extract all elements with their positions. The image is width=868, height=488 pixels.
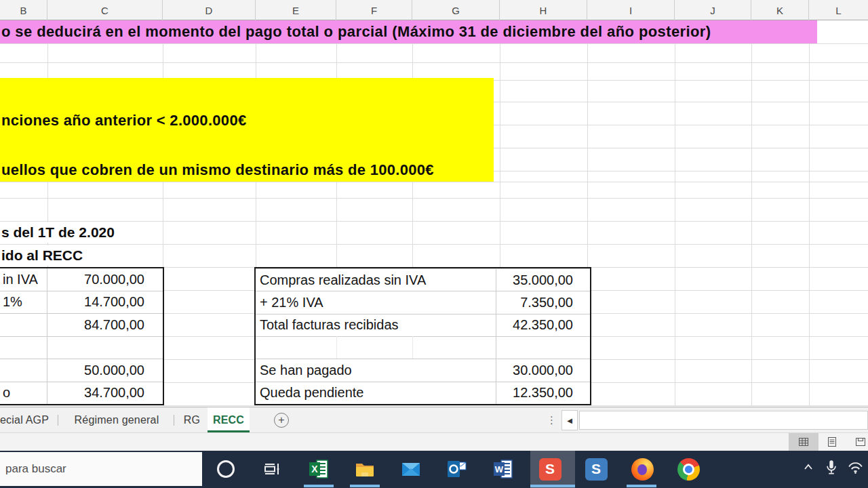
page-break-view-button[interactable] <box>847 433 868 451</box>
cell-value[interactable]: 84.700,00 <box>47 314 163 336</box>
purchases-table: Compras realizadas sin IVA 35.000,00 + 2… <box>254 267 591 405</box>
gridline <box>675 20 675 405</box>
windows-taskbar: para buscar X <box>0 451 868 488</box>
column-header-I[interactable]: I <box>587 0 675 20</box>
horizontal-scrollbar[interactable] <box>579 411 868 430</box>
table-row: in IVA 70.000,00 <box>0 268 163 291</box>
running-indicator <box>627 485 656 487</box>
table-row: 50.000,00 <box>0 359 163 382</box>
tab-overflow-icon[interactable]: ⋮ <box>547 407 557 433</box>
cell-value[interactable]: 34.700,00 <box>47 382 163 405</box>
show-hidden-icons-button[interactable] <box>802 462 814 475</box>
envelope-glyph <box>400 458 422 480</box>
folder-glyph <box>354 458 376 480</box>
gridline <box>336 336 337 359</box>
cell-label[interactable]: in IVA <box>0 268 47 291</box>
outlook-glyph <box>446 458 468 480</box>
scroll-left-button[interactable]: ◀ <box>561 410 578 430</box>
cell-label[interactable]: Queda pendiente <box>256 382 496 404</box>
cell-label[interactable] <box>0 337 47 359</box>
task-view-glyph <box>263 460 281 478</box>
gridline <box>0 244 868 245</box>
cell-heading-1[interactable]: s del 1T de 2.020 <box>1 222 119 243</box>
wifi-tray-icon[interactable] <box>848 461 864 477</box>
column-header-C[interactable]: C <box>47 0 163 20</box>
outlook-icon[interactable] <box>446 458 469 481</box>
table-row: Queda pendiente 12.350,00 <box>256 382 590 404</box>
cell-label[interactable]: Total facturas recibidas <box>256 314 496 336</box>
word-icon[interactable]: W <box>492 458 515 481</box>
pink-highlight-cell[interactable]: o se deducirá en el momento del pago tot… <box>0 20 817 43</box>
grid-view-icon <box>798 436 809 447</box>
cell-value[interactable] <box>47 337 163 359</box>
microphone-tray-icon[interactable] <box>825 459 838 479</box>
cell-label[interactable] <box>0 359 47 382</box>
cell-label[interactable]: + 21% IVA <box>256 291 496 313</box>
gridline <box>412 336 413 359</box>
word-glyph: W <box>492 458 514 480</box>
cell-value[interactable]: 7.350,00 <box>496 291 590 313</box>
sheet-tab-rg[interactable]: RG <box>178 407 206 432</box>
running-indicator <box>350 485 380 487</box>
taskbar-search-box[interactable]: para buscar <box>0 452 202 486</box>
chrome-icon[interactable] <box>677 458 700 481</box>
svg-text:X: X <box>311 464 318 474</box>
cell-label[interactable]: Se han pagado <box>256 359 496 381</box>
chevron-up-icon <box>802 462 814 472</box>
page-layout-view-button[interactable] <box>818 433 846 451</box>
firefox-icon[interactable] <box>631 458 654 481</box>
yellow-note-line1: nciones año anterior < 2.000.000€ <box>1 112 246 129</box>
column-header-F[interactable]: F <box>336 0 412 20</box>
cell-label[interactable] <box>256 337 496 359</box>
search-box-text: para buscar <box>5 462 66 475</box>
page-break-icon <box>855 436 866 447</box>
cell-label[interactable] <box>0 314 47 336</box>
cell-value[interactable]: 70.000,00 <box>47 268 163 291</box>
snagit-editor-icon[interactable]: S <box>585 458 608 481</box>
cell-value[interactable] <box>496 337 590 359</box>
column-header-E[interactable]: E <box>256 0 336 20</box>
cell-value[interactable]: 50.000,00 <box>47 359 163 382</box>
cell-value[interactable]: 42.350,00 <box>496 314 590 336</box>
chrome-center <box>685 466 692 473</box>
column-header-D[interactable]: D <box>163 0 256 20</box>
gridline <box>0 198 868 199</box>
gridline <box>751 20 752 405</box>
snagit-icon[interactable]: S <box>538 458 561 481</box>
sales-table: in IVA 70.000,00 1% 14.700,00 84.700,00 … <box>0 267 164 405</box>
sheet-tab-regimen-general[interactable]: Régimen general <box>65 407 168 432</box>
cell-value[interactable]: 35.000,00 <box>496 269 590 291</box>
chrome-glyph <box>677 458 700 481</box>
gridline <box>0 182 868 182</box>
column-header-J[interactable]: J <box>675 0 751 20</box>
tab-separator <box>58 415 58 426</box>
cell-value[interactable]: 14.700,00 <box>47 291 163 314</box>
table-row: Compras realizadas sin IVA 35.000,00 <box>256 268 590 291</box>
normal-view-button[interactable] <box>789 433 818 451</box>
column-header-B[interactable]: B <box>0 0 47 20</box>
column-header-H[interactable]: H <box>500 0 587 20</box>
column-header-G[interactable]: G <box>412 0 500 20</box>
cell-label[interactable]: Compras realizadas sin IVA <box>256 269 496 291</box>
file-explorer-icon[interactable] <box>353 458 376 481</box>
cell-value[interactable]: 12.350,00 <box>496 382 590 404</box>
new-sheet-button[interactable]: + <box>274 413 289 428</box>
snagit-glyph: S <box>539 458 561 481</box>
cell-label[interactable]: 1% <box>0 291 47 314</box>
running-indicator <box>530 485 575 487</box>
column-header-L[interactable]: L <box>809 0 868 20</box>
sheet-tab-agp[interactable]: ecial AGP <box>0 407 50 432</box>
mail-icon[interactable] <box>399 458 422 481</box>
cell-value[interactable]: 30.000,00 <box>496 359 590 381</box>
yellow-highlight-cell[interactable]: nciones año anterior < 2.000.000€ uellos… <box>0 78 494 182</box>
screen: B C D E F G H I J K L o se deducirá en e… <box>0 0 868 488</box>
cell-label[interactable]: o <box>0 382 47 405</box>
task-view-icon[interactable] <box>260 458 283 481</box>
sheet-tab-recc-active[interactable]: RECC <box>208 407 250 432</box>
cortana-icon[interactable] <box>217 460 235 478</box>
gridline <box>0 62 868 63</box>
cell-heading-2[interactable]: ido al RECC <box>1 245 87 266</box>
sheet-tab-bar: ecial AGP Régimen general RG RECC + ⋮ ◀ <box>0 407 868 432</box>
excel-icon[interactable]: X <box>307 458 330 481</box>
column-header-K[interactable]: K <box>751 0 809 20</box>
